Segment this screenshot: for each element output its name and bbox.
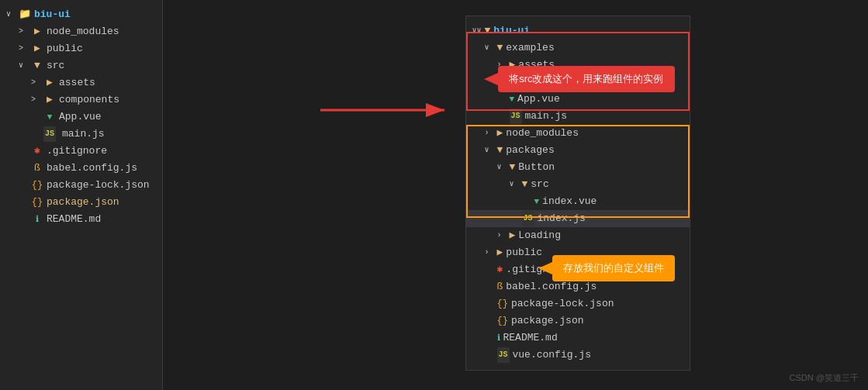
chevron-icon: ∨ <box>472 23 485 39</box>
folder-icon: ▼ <box>497 143 503 158</box>
left-root-folder[interactable]: 📁 biu-ui <box>0 6 162 23</box>
right-root[interactable]: ∨ ▼ biu-ui <box>466 22 690 40</box>
right-item-readme[interactable]: ℹ README.md <box>466 330 690 347</box>
arrow-container <box>316 99 452 124</box>
callout-red-text: 将src改成这个，用来跑组件的实例 <box>509 73 663 85</box>
chevron-icon: ∨ <box>510 177 522 192</box>
chevron-icon: ∨ <box>497 160 510 175</box>
right-item-app-vue[interactable]: ▼ App.vue <box>466 91 690 108</box>
callout-orange: 存放我们的自定义组件 <box>552 255 675 281</box>
arrow-svg <box>316 99 452 121</box>
chevron-icon <box>19 58 31 74</box>
left-file-explorer: 📁 biu-ui ▶ node_modules ▶ public ▼ src ▶… <box>0 0 163 390</box>
right-file-explorer-wrapper: ∨ ▼ biu-ui ∨ ▼ examples › ▶ assets › <box>465 16 690 371</box>
main-container: 📁 biu-ui ▶ node_modules ▶ public ▼ src ▶… <box>0 0 868 390</box>
js-icon: JS <box>522 211 534 226</box>
vue-icon: ▼ <box>43 109 56 125</box>
item-label: README.md <box>47 212 101 227</box>
right-item-main-js[interactable]: JS main.js <box>466 108 690 125</box>
left-item-public[interactable]: ▶ public <box>0 40 162 57</box>
item-label: public <box>506 245 542 261</box>
item-label: vue.config.js <box>513 347 591 363</box>
item-label: package-lock.json <box>511 296 614 312</box>
right-item-index-vue[interactable]: ▼ index.vue <box>466 193 690 210</box>
json-icon: {} <box>31 178 43 193</box>
left-item-assets[interactable]: ▶ assets <box>0 74 162 91</box>
json-icon: {} <box>31 195 43 210</box>
gitignore-icon: ✱ <box>31 143 43 159</box>
left-item-readme[interactable]: ℹ README.md <box>0 211 162 228</box>
item-label: Button <box>518 160 555 175</box>
folder-icon: ▶ <box>497 245 503 261</box>
right-item-examples[interactable]: ∨ ▼ examples <box>466 40 690 57</box>
chevron-icon: ∨ <box>485 40 497 56</box>
chevron-icon <box>31 75 43 91</box>
vue-icon: ▼ <box>534 194 540 209</box>
folder-icon: ▶ <box>31 41 43 57</box>
item-label: assets <box>59 75 95 91</box>
right-item-button-src[interactable]: ∨ ▼ src <box>466 176 690 193</box>
left-item-package-lock[interactable]: {} package-lock.json <box>0 177 162 194</box>
item-label: package.json <box>511 313 584 329</box>
gitignore-icon: ✱ <box>497 262 503 278</box>
json-icon: {} <box>497 296 508 312</box>
folder-icon: ▶ <box>31 24 43 40</box>
chevron-icon: ∨ <box>485 143 497 158</box>
chevron-icon <box>31 92 43 108</box>
root-label: biu-ui <box>493 23 530 39</box>
babel-icon: ß <box>497 279 503 295</box>
chevron-icon <box>19 41 31 57</box>
left-item-package-json[interactable]: {} package.json <box>0 194 162 211</box>
item-label: examples <box>506 40 554 56</box>
callout-arrow-orange <box>538 262 552 274</box>
item-label: node_modules <box>506 126 579 141</box>
item-label: babel.config.js <box>506 279 597 295</box>
item-label: packages <box>506 143 554 158</box>
watermark: CSDN @笑道三千 <box>790 372 859 384</box>
left-item-components[interactable]: ▶ components <box>0 91 162 109</box>
chevron-icon: › <box>485 245 497 261</box>
right-item-vue-config[interactable]: JS vue.config.js <box>466 347 690 364</box>
right-item-packages[interactable]: ∨ ▼ packages <box>466 142 690 159</box>
right-panel: ∨ ▼ biu-ui ∨ ▼ examples › ▶ assets › <box>163 0 868 390</box>
folder-icon: ▼ <box>510 160 516 175</box>
item-label: Loading <box>518 228 561 243</box>
item-label: package.json <box>47 195 119 210</box>
left-item-node-modules[interactable]: ▶ node_modules <box>0 23 162 40</box>
folder-icon: ▶ <box>43 92 56 108</box>
folder-icon: ▼ <box>485 23 491 39</box>
left-item-gitignore[interactable]: ✱ .gitignore <box>0 143 162 160</box>
right-item-button[interactable]: ∨ ▼ Button <box>466 159 690 176</box>
left-item-babel[interactable]: ß babel.config.js <box>0 160 162 177</box>
chevron-icon <box>6 7 19 22</box>
readme-icon: ℹ <box>31 212 43 227</box>
item-label: main.js <box>62 126 105 142</box>
left-item-src[interactable]: ▼ src <box>0 57 162 74</box>
right-item-loading[interactable]: › ▶ Loading <box>466 227 690 244</box>
folder-icon: ▼ <box>522 177 528 192</box>
right-item-index-js[interactable]: JS index.js <box>466 210 690 227</box>
item-label: components <box>59 92 119 108</box>
folder-icon: ▶ <box>43 75 56 91</box>
right-item-package-lock[interactable]: {} package-lock.json <box>466 295 690 312</box>
item-label: README.md <box>503 330 558 346</box>
js-icon: JS <box>43 126 56 142</box>
json-icon: {} <box>497 313 508 329</box>
item-label: package-lock.json <box>47 178 150 193</box>
item-label: node_modules <box>47 24 119 40</box>
callout-orange-text: 存放我们的自定义组件 <box>563 262 664 274</box>
folder-icon: 📁 <box>19 7 31 22</box>
chevron-icon: › <box>485 126 497 141</box>
callout-red: 将src改成这个，用来跑组件的实例 <box>498 66 674 92</box>
item-label: main.js <box>525 109 568 124</box>
root-label: biu-ui <box>34 7 71 22</box>
item-label: App.vue <box>517 91 560 107</box>
right-item-package-json[interactable]: {} package.json <box>466 312 690 330</box>
item-label: public <box>47 41 83 57</box>
right-item-node-modules[interactable]: › ▶ node_modules <box>466 125 690 142</box>
item-label: index.js <box>538 211 586 226</box>
left-item-main-js[interactable]: JS main.js <box>0 126 162 143</box>
folder-icon: ▶ <box>510 228 516 243</box>
left-item-app-vue[interactable]: ▼ App.vue <box>0 109 162 126</box>
item-label: babel.config.js <box>47 160 137 176</box>
